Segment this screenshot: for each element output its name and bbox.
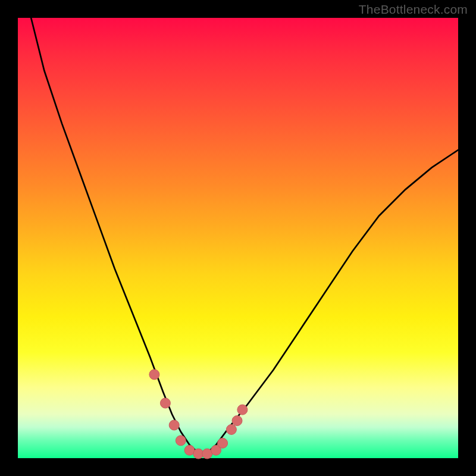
data-marker bbox=[160, 398, 170, 408]
plot-area bbox=[18, 18, 458, 458]
data-marker bbox=[237, 405, 248, 415]
marker-group bbox=[149, 369, 248, 459]
bottleneck-curve bbox=[31, 18, 458, 453]
data-marker bbox=[176, 436, 186, 446]
curve-layer bbox=[18, 18, 458, 458]
data-marker bbox=[169, 420, 179, 430]
data-marker bbox=[232, 416, 242, 426]
data-marker bbox=[226, 424, 236, 434]
watermark-text: TheBottleneck.com bbox=[359, 2, 468, 17]
data-marker bbox=[149, 369, 159, 380]
data-marker bbox=[218, 438, 228, 448]
chart-frame: TheBottleneck.com bbox=[0, 0, 476, 476]
